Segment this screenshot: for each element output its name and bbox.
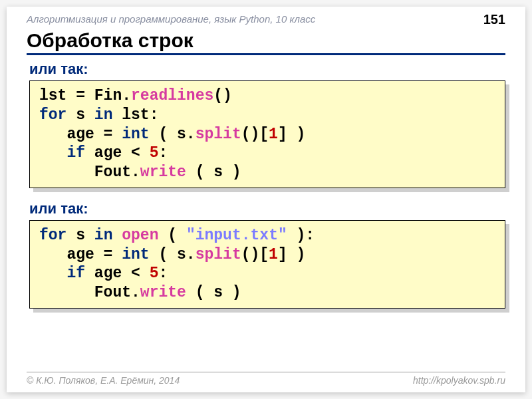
slide-header: Алгоритмизация и программирование, язык …	[7, 7, 525, 25]
slide-footer: © К.Ю. Поляков, Е.А. Ерёмин, 2014 http:/…	[27, 372, 505, 386]
code-block-2: for s in open ( "input.txt" ): age = int…	[29, 220, 505, 309]
footer-copyright: © К.Ю. Поляков, Е.А. Ерёмин, 2014	[27, 375, 180, 386]
subheading-2: или так:	[29, 200, 525, 217]
slide: Алгоритмизация и программирование, язык …	[7, 7, 525, 392]
code-content-1: lst = Fin.readlines() for s in lst: age …	[29, 80, 505, 188]
code-block-1: lst = Fin.readlines() for s in lst: age …	[29, 80, 505, 188]
page-title: Обработка строк	[27, 29, 505, 55]
course-label: Алгоритмизация и программирование, язык …	[27, 13, 315, 25]
page-number: 151	[483, 12, 505, 27]
footer-url: http://kpolyakov.spb.ru	[413, 375, 505, 386]
subheading-1: или так:	[29, 61, 525, 78]
code-content-2: for s in open ( "input.txt" ): age = int…	[29, 220, 505, 309]
